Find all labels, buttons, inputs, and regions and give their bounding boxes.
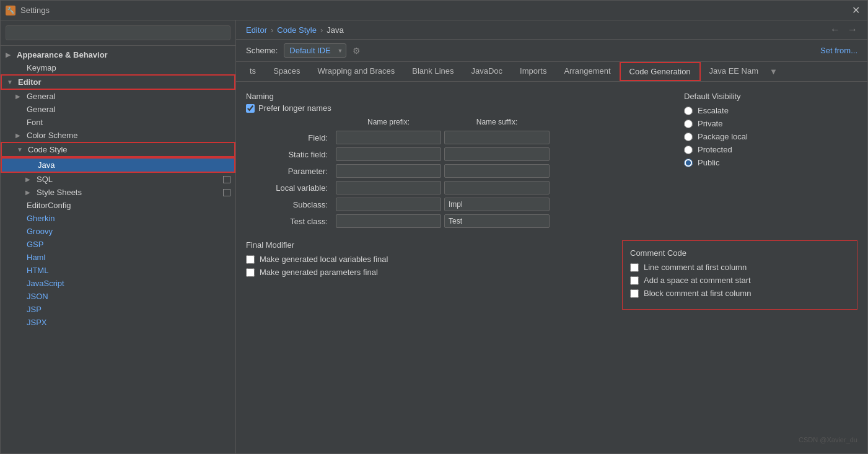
sidebar-item-label: Appearance & Behavior — [17, 50, 108, 59]
scheme-select[interactable]: Default IDE — [284, 43, 346, 58]
visibility-private[interactable]: Private — [684, 119, 857, 128]
line-comment-first-col-checkbox[interactable] — [630, 263, 639, 272]
default-visibility-section: Default Visibility Escalate Private — [684, 92, 857, 228]
sidebar-item-gherkin[interactable]: Gherkin — [1, 212, 235, 225]
sidebar-item-gsp[interactable]: GSP — [1, 238, 235, 251]
static-field-suffix-input[interactable] — [444, 147, 550, 161]
breadcrumb: Editor › Code Style › Java — [246, 25, 830, 35]
forward-button[interactable]: → — [848, 24, 857, 35]
search-box — [1, 20, 235, 46]
sidebar-item-json[interactable]: JSON — [1, 290, 235, 303]
test-class-label: Test class: — [246, 217, 333, 226]
field-prefix-input[interactable] — [336, 131, 441, 144]
sidebar-item-jsp[interactable]: JSP — [1, 303, 235, 316]
visibility-public-radio[interactable] — [684, 159, 693, 167]
sidebar-item-appearance[interactable]: ▶ Appearance & Behavior — [1, 48, 235, 61]
field-label: Field: — [246, 133, 333, 142]
line-comment-first-col: Line comment at first column — [630, 263, 849, 272]
set-from-link[interactable]: Set from... — [820, 46, 857, 55]
breadcrumb-editor[interactable]: Editor — [246, 25, 267, 35]
tab-wrapping[interactable]: Wrapping and Braces — [309, 63, 404, 81]
visibility-escalate[interactable]: Escalate — [684, 106, 857, 115]
field-suffix-input[interactable] — [444, 131, 550, 144]
visibility-escalate-radio[interactable] — [684, 107, 693, 115]
breadcrumb-code-style[interactable]: Code Style — [277, 25, 317, 35]
tab-imports[interactable]: Imports — [511, 63, 555, 81]
sidebar-item-java[interactable]: Java — [1, 157, 235, 173]
visibility-private-radio[interactable] — [684, 120, 693, 128]
visibility-public[interactable]: Public — [684, 158, 857, 167]
final-modifier-title: Final Modifier — [246, 240, 597, 250]
visibility-private-label: Private — [698, 119, 722, 128]
name-suffix-header: Name suffix: — [444, 118, 550, 128]
sidebar-tree: ▶ Appearance & Behavior Keymap ▼ Editor … — [1, 46, 235, 453]
tabs-bar: ts Spaces Wrapping and Braces Blank Line… — [236, 62, 867, 82]
local-var-prefix-input[interactable] — [336, 181, 441, 194]
sidebar-item-haml[interactable]: Haml — [1, 251, 235, 264]
parameter-prefix-input[interactable] — [336, 164, 441, 178]
subclass-suffix-input[interactable] — [444, 198, 550, 211]
sidebar-item-label: JSPX — [27, 318, 47, 327]
visibility-public-label: Public — [698, 158, 719, 167]
sidebar-item-code-style[interactable]: ▼ Code Style — [1, 142, 235, 157]
local-var-suffix-input[interactable] — [444, 181, 550, 194]
make-params-final-checkbox[interactable] — [246, 268, 255, 277]
final-modifier-local-vars: Make generated local variables final — [246, 255, 597, 264]
expand-arrow: ▶ — [6, 51, 14, 58]
nav-buttons: ← → — [830, 24, 857, 35]
sidebar-item-label: JavaScript — [27, 279, 64, 288]
block-comment-first-col-checkbox[interactable] — [630, 289, 639, 298]
static-field-prefix-input[interactable] — [336, 147, 441, 161]
local-variable-label: Local variable: — [246, 183, 333, 193]
back-button[interactable]: ← — [830, 24, 840, 35]
make-local-vars-final-checkbox[interactable] — [246, 255, 255, 264]
watermark: CSDN @Xavier_du — [246, 430, 857, 443]
sidebar-item-label: Font — [27, 118, 43, 127]
tabs-overflow-button[interactable]: ▼ — [767, 63, 780, 80]
sidebar-item-font[interactable]: Font — [1, 116, 235, 129]
sidebar-item-keymap[interactable]: Keymap — [1, 61, 235, 74]
prefer-longer-label: Prefer longer names — [258, 103, 331, 113]
sidebar-item-style-sheets[interactable]: ▶ Style Sheets — [1, 186, 235, 199]
visibility-title: Default Visibility — [684, 92, 857, 101]
sidebar-item-label: Gherkin — [27, 214, 55, 223]
sidebar-item-html[interactable]: HTML — [1, 264, 235, 277]
add-space-comment-start-checkbox[interactable] — [630, 276, 639, 285]
gear-icon[interactable]: ⚙ — [353, 46, 361, 56]
tab-spaces[interactable]: Spaces — [265, 63, 309, 81]
sidebar-item-label: General — [27, 105, 55, 114]
window-title: Settings — [20, 6, 849, 15]
sidebar-item-groovy[interactable]: Groovy — [1, 225, 235, 238]
visibility-protected-radio[interactable] — [684, 146, 693, 154]
test-class-suffix-input[interactable] — [444, 214, 550, 228]
tab-java-ee-nam[interactable]: Java EE Nam — [701, 63, 767, 81]
sidebar-item-javascript[interactable]: JavaScript — [1, 277, 235, 290]
tab-arrangement[interactable]: Arrangement — [555, 63, 619, 81]
line-comment-first-col-label: Line comment at first column — [644, 263, 747, 272]
visibility-protected[interactable]: Protected — [684, 145, 857, 154]
sidebar-item-label: Editor — [18, 77, 42, 87]
sidebar-item-code-editing[interactable]: General — [1, 103, 235, 116]
sidebar-item-color-scheme[interactable]: ▶ Color Scheme — [1, 129, 235, 142]
right-panel: Editor › Code Style › Java ← → Scheme: D… — [236, 20, 867, 453]
prefer-longer-checkbox[interactable] — [246, 104, 255, 113]
test-class-prefix-input[interactable] — [336, 214, 441, 228]
subclass-prefix-input[interactable] — [336, 198, 441, 211]
visibility-package-local-radio[interactable] — [684, 133, 693, 141]
tab-ts[interactable]: ts — [241, 63, 265, 81]
sidebar-item-editor[interactable]: ▼ Editor — [1, 74, 235, 90]
sidebar-item-sql[interactable]: ▶ SQL — [1, 173, 235, 186]
comment-code-section: Comment Code Line comment at first colum… — [622, 240, 857, 310]
sidebar-item-general[interactable]: ▶ General — [1, 90, 235, 103]
sidebar-item-jspx[interactable]: JSPX — [1, 316, 235, 329]
visibility-package-local[interactable]: Package local — [684, 132, 857, 141]
tab-blank-lines[interactable]: Blank Lines — [403, 63, 462, 81]
parameter-suffix-input[interactable] — [444, 164, 550, 178]
tab-code-generation[interactable]: Code Generation — [620, 62, 701, 81]
close-button[interactable]: ✕ — [849, 4, 862, 16]
sidebar-item-label: Color Scheme — [27, 131, 77, 140]
tab-javadoc[interactable]: JavaDoc — [463, 63, 512, 81]
sidebar-item-editorconfig[interactable]: EditorConfig — [1, 199, 235, 212]
search-input[interactable] — [6, 25, 230, 40]
breadcrumb-sep1: › — [271, 25, 273, 35]
